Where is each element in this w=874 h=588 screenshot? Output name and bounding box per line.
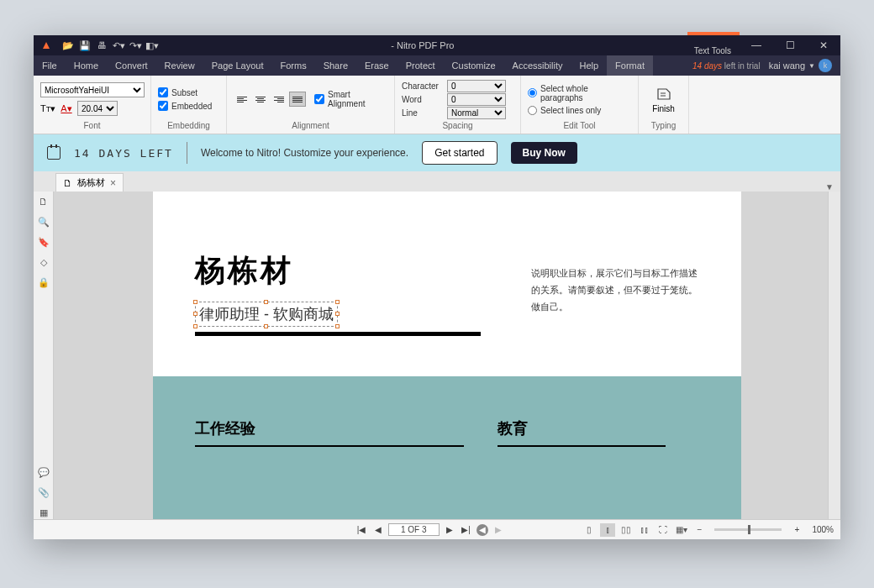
menu-accessibility[interactable]: Accessibility (504, 55, 571, 76)
last-page-icon[interactable]: ▶| (460, 523, 473, 537)
document-tab-bar: 🗋 杨栋材 × ▼ (34, 171, 840, 192)
view-fullscreen-icon[interactable]: ⛶ (656, 523, 671, 537)
view-facing-icon[interactable]: ▯▯ (619, 523, 634, 537)
minimize-button[interactable]: — (740, 35, 773, 55)
comment-icon[interactable]: 💬 (37, 465, 50, 479)
section-education[interactable]: 教育 (498, 418, 666, 438)
menu-page-layout[interactable]: Page Layout (203, 55, 272, 76)
align-justify-button[interactable] (289, 92, 306, 107)
trial-status: 14 days left in trial (692, 61, 761, 71)
text-style-button[interactable]: TT▾ (40, 102, 55, 115)
print-icon[interactable]: 🖶 (94, 38, 109, 53)
select-lines-only-radio[interactable]: Select lines only (528, 106, 631, 115)
view-continuous-icon[interactable]: ⫿ (600, 523, 615, 537)
left-rail: 🗋 🔍 🔖 ◇ 🔒 💬 📎 ▦ (34, 192, 54, 519)
window-title: - Nitro PDF Pro (160, 40, 686, 50)
close-tab-icon[interactable]: × (110, 177, 116, 189)
calendar-icon (47, 146, 61, 160)
open-icon[interactable]: 📂 (61, 38, 76, 53)
tab-overflow-icon[interactable]: ▼ (825, 182, 834, 192)
forward-nav-icon[interactable]: ▶ (492, 523, 505, 537)
lock-icon[interactable]: 🔒 (37, 276, 50, 289)
trial-banner: 14 DAYS LEFT Welcome to Nitro! Customize… (34, 134, 840, 171)
document-canvas[interactable]: 杨栋材 律师助理 - 软购商城 说明职业目标，展示它们与目标工作描述 的关系。请… (54, 192, 840, 519)
zoom-slider[interactable] (714, 528, 782, 531)
align-left-button[interactable] (234, 92, 250, 107)
menu-convert[interactable]: Convert (107, 55, 156, 76)
user-name: kai wang (769, 60, 805, 71)
smart-alignment-checkbox[interactable]: Smart Alignment (314, 90, 387, 108)
description-text[interactable]: 说明职业目标，展示它们与目标工作描述 的关系。请简要叙述，但不要过于笼统。 做自… (531, 265, 699, 315)
menu-review[interactable]: Review (156, 55, 203, 76)
page: 杨栋材 律师助理 - 软购商城 说明职业目标，展示它们与目标工作描述 的关系。请… (153, 192, 741, 519)
qat-customize-icon[interactable]: ◧▾ (145, 38, 160, 53)
prev-page-icon[interactable]: ◀ (371, 523, 385, 537)
menu-file[interactable]: File (34, 55, 66, 76)
menu-protect[interactable]: Protect (398, 55, 444, 76)
subtitle-text[interactable]: 律师助理 - 软购商城 (199, 306, 334, 323)
line-spacing-select[interactable]: Normal (447, 107, 506, 119)
zoom-in-icon[interactable]: + (790, 523, 803, 537)
ribbon: MicrosoftYaHeiUI TT▾ A▾ 20.04 Font Subse… (34, 76, 840, 134)
redo-icon[interactable]: ↷▾ (128, 38, 143, 53)
menu-forms[interactable]: Forms (271, 55, 314, 76)
menu-erase[interactable]: Erase (356, 55, 398, 76)
divider-thick (195, 332, 481, 336)
attachment-icon[interactable]: 📎 (37, 486, 50, 499)
buy-now-button[interactable]: Buy Now (511, 142, 577, 164)
zoom-level[interactable]: 100% (812, 525, 834, 534)
chevron-down-icon: ▼ (808, 62, 815, 70)
page-icon: 🗋 (63, 178, 72, 188)
avatar: k (819, 59, 832, 72)
ribbon-group-edit-tool: Edit Tool (528, 121, 631, 130)
back-nav-icon[interactable]: ◀ (476, 524, 488, 536)
align-right-button[interactable] (271, 92, 287, 107)
text-tools-group-label: Text Tools (686, 46, 740, 55)
ribbon-group-spacing: Spacing (402, 121, 513, 130)
finish-icon (656, 86, 672, 102)
bookmarks-icon[interactable]: 🔖 (37, 235, 50, 249)
close-button[interactable]: ✕ (807, 35, 840, 55)
maximize-button[interactable]: ☐ (773, 35, 807, 55)
pages-panel-icon[interactable]: 🗋 (37, 195, 50, 208)
view-single-icon[interactable]: ▯ (582, 523, 597, 537)
first-page-icon[interactable]: |◀ (355, 523, 368, 537)
tags-icon[interactable]: ◇ (37, 255, 50, 269)
menu-home[interactable]: Home (66, 55, 107, 76)
align-center-button[interactable] (252, 92, 269, 107)
tab-format[interactable]: Format (607, 55, 653, 76)
word-spacing-select[interactable]: 0 (447, 93, 506, 106)
quick-access-toolbar: 📂 💾 🖶 ↶▾ ↷▾ ◧▾ (61, 38, 160, 53)
character-spacing-select[interactable]: 0 (447, 80, 506, 92)
days-left-label: 14 DAYS LEFT (74, 147, 173, 160)
search-icon[interactable]: 🔍 (37, 215, 50, 228)
view-mode-dropdown-icon[interactable]: ▦▾ (674, 523, 689, 537)
workspace: 🗋 🔍 🔖 ◇ 🔒 💬 📎 ▦ 杨栋材 律师助理 - 软购商城 (34, 192, 840, 519)
font-family-select[interactable]: MicrosoftYaHeiUI (40, 82, 145, 97)
titlebar: 📂 💾 🖶 ↶▾ ↷▾ ◧▾ - Nitro PDF Pro Text Tool… (34, 35, 840, 55)
page-indicator[interactable]: 1 OF 3 (388, 523, 440, 536)
welcome-text: Welcome to Nitro! Customize your experie… (201, 147, 408, 159)
document-tab[interactable]: 🗋 杨栋材 × (55, 173, 124, 192)
zoom-out-icon[interactable]: − (692, 523, 706, 537)
finish-button[interactable]: Finish (652, 86, 675, 113)
view-facing-continuous-icon[interactable]: ⫿⫿ (637, 523, 652, 537)
font-color-button[interactable]: A▾ (59, 102, 74, 115)
save-icon[interactable]: 💾 (77, 38, 92, 53)
ribbon-group-embedding: Embedding (158, 121, 219, 130)
subset-checkbox[interactable]: Subset (158, 87, 219, 97)
menubar: File Home Convert Review Page Layout For… (34, 55, 840, 76)
user-menu[interactable]: kai wang ▼ k (769, 59, 832, 72)
undo-icon[interactable]: ↶▾ (111, 38, 126, 53)
next-page-icon[interactable]: ▶ (443, 523, 456, 537)
grid-icon[interactable]: ▦ (37, 506, 50, 519)
select-whole-paragraphs-radio[interactable]: Select whole paragraphs (528, 84, 631, 102)
embedded-checkbox[interactable]: Embedded (158, 101, 219, 111)
selected-text-box[interactable]: 律师助理 - 软购商城 (195, 302, 338, 327)
menu-customize[interactable]: Customize (444, 55, 504, 76)
document-tab-name: 杨栋材 (77, 176, 105, 189)
menu-share[interactable]: Share (315, 55, 356, 76)
get-started-button[interactable]: Get started (422, 141, 497, 165)
menu-help[interactable]: Help (571, 55, 607, 76)
font-size-select[interactable]: 20.04 (77, 101, 118, 116)
